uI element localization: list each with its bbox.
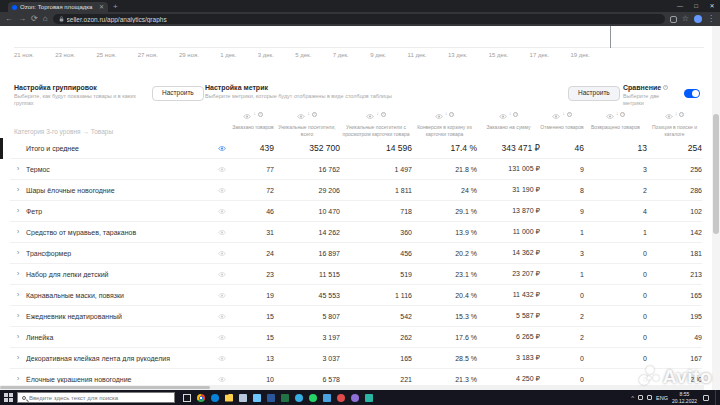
- info-icon[interactable]: i: [312, 112, 317, 117]
- window-minimize-button[interactable]: —: [672, 0, 688, 11]
- extensions-icon[interactable]: [670, 16, 677, 23]
- table-row[interactable]: ›Линейка153 19726217.6 %6 265 ₽2049: [10, 327, 702, 348]
- forward-icon[interactable]: →: [18, 15, 26, 23]
- row-expander-icon[interactable]: ›: [10, 375, 26, 383]
- row-expander-icon[interactable]: ›: [10, 270, 26, 278]
- row-expander-icon[interactable]: ›: [10, 333, 26, 341]
- eye-icon[interactable]: [665, 105, 673, 123]
- row-eye-icon[interactable]: [212, 377, 232, 382]
- chrome-icon[interactable]: [197, 394, 205, 402]
- comparison-info-icon[interactable]: i: [663, 85, 668, 90]
- eye-icon[interactable]: [435, 105, 443, 123]
- info-icon[interactable]: i: [513, 112, 518, 117]
- telegram-icon[interactable]: [295, 394, 303, 402]
- row-expander-icon[interactable]: ›: [10, 165, 26, 173]
- new-tab-button[interactable]: +: [113, 3, 118, 11]
- column-header[interactable]: ↓iЗаказано на сумму: [477, 104, 540, 137]
- table-row[interactable]: ›Карнавальные маски, повязки1945 5531 11…: [10, 285, 702, 306]
- row-eye-icon[interactable]: [212, 335, 232, 340]
- row-eye-icon[interactable]: [212, 314, 232, 319]
- eye-icon[interactable]: [297, 105, 305, 123]
- comparison-toggle[interactable]: [684, 89, 700, 98]
- table-row[interactable]: ›Фетр4610 47071829.1 %13 870 ₽94102: [10, 201, 702, 222]
- info-icon[interactable]: i: [567, 112, 572, 117]
- eye-icon[interactable]: [243, 105, 251, 123]
- row-expander-icon[interactable]: ›: [10, 354, 26, 362]
- column-header[interactable]: ↓iЗаказано товаров: [232, 104, 274, 137]
- table-row[interactable]: ›Термос7716 7621 49721.8 %131 005 ₽93256: [10, 159, 702, 180]
- word-icon[interactable]: [267, 394, 275, 402]
- show-desktop-button[interactable]: [715, 390, 718, 405]
- column-header[interactable]: ↓iКонверсия в корзину из карточки товара: [412, 104, 477, 137]
- volume-icon[interactable]: [647, 395, 652, 400]
- row-eye-icon[interactable]: [212, 209, 232, 214]
- sort-icon[interactable]: ↓: [445, 111, 448, 117]
- breadcrumb[interactable]: Категория 3-го уровня → Товары: [14, 128, 113, 135]
- column-header[interactable]: ↓iПозиция в поиске и каталоге: [647, 104, 702, 137]
- info-icon[interactable]: i: [620, 112, 625, 117]
- row-eye-icon[interactable]: [212, 356, 232, 361]
- window-close-button[interactable]: ✕: [704, 0, 720, 11]
- row-eye-icon[interactable]: [212, 146, 232, 151]
- address-bar[interactable]: seller.ozon.ru/app/analytics/graphs: [53, 14, 665, 24]
- whatsapp-icon[interactable]: [309, 394, 317, 402]
- row-expander-icon[interactable]: ›: [10, 312, 26, 320]
- table-row[interactable]: ›Набор для лепки детский2311 51551923.1 …: [10, 264, 702, 285]
- table-row[interactable]: ›Трансформер2416 89745620.2 %14 362 ₽301…: [10, 243, 702, 264]
- mail-icon[interactable]: [239, 394, 247, 402]
- excel-icon[interactable]: [281, 394, 289, 402]
- eye-icon[interactable]: [499, 105, 507, 123]
- table-row[interactable]: ›Средство от муравьев, тараканов3114 262…: [10, 222, 702, 243]
- tray-expand-icon[interactable]: ^: [631, 395, 634, 401]
- sort-icon[interactable]: ↓: [253, 111, 256, 117]
- row-expander-icon[interactable]: ›: [10, 249, 26, 257]
- sort-icon[interactable]: ↓: [616, 111, 619, 117]
- vertical-scrollbar-thumb[interactable]: [713, 114, 719, 234]
- info-icon[interactable]: i: [679, 112, 684, 117]
- column-header[interactable]: ↓iУникальные посетители, всего: [274, 104, 340, 137]
- info-icon[interactable]: i: [381, 112, 386, 117]
- taskbar-search-input[interactable]: [29, 395, 170, 401]
- eye-icon[interactable]: [606, 105, 614, 123]
- column-header[interactable]: ↓iУникальные посетители с просмотром кар…: [340, 104, 412, 137]
- row-eye-icon[interactable]: [212, 272, 232, 277]
- table-row[interactable]: Итого и среднее439352 70014 59617.4 %343…: [10, 138, 702, 159]
- column-header[interactable]: ↓iОтменено товаров: [540, 104, 584, 137]
- taskbar-search[interactable]: [17, 392, 175, 403]
- red-app-icon[interactable]: [337, 394, 345, 402]
- row-expander-icon[interactable]: ›: [10, 207, 26, 215]
- start-button[interactable]: [4, 393, 13, 402]
- row-eye-icon[interactable]: [212, 293, 232, 298]
- eye-icon[interactable]: [552, 105, 560, 123]
- column-header[interactable]: ↓iВозвращено товаров: [584, 104, 647, 137]
- table-row[interactable]: ›Декоративная клейкая лента для рукодели…: [10, 348, 702, 369]
- table-row[interactable]: ›Шары ёлочные новогодние7229 2061 81124 …: [10, 180, 702, 201]
- browser-tab[interactable]: Ozon: Торговая площадка ✕: [8, 2, 108, 12]
- info-icon[interactable]: i: [449, 112, 454, 117]
- store-icon[interactable]: [253, 394, 261, 402]
- taskbar-clock[interactable]: 8:55 20.12.2022: [672, 391, 697, 404]
- sort-icon[interactable]: ↓: [562, 111, 565, 117]
- tab-close-icon[interactable]: ✕: [99, 4, 104, 10]
- row-eye-icon[interactable]: [212, 188, 232, 193]
- eye-icon[interactable]: [366, 105, 374, 123]
- teal-app-icon[interactable]: [365, 394, 373, 402]
- bookmark-star-icon[interactable]: ☆: [682, 15, 689, 23]
- task-view-icon[interactable]: [183, 394, 191, 402]
- info-icon[interactable]: i: [258, 112, 263, 117]
- network-icon[interactable]: [638, 395, 643, 400]
- profile-avatar[interactable]: [694, 15, 702, 23]
- row-expander-icon[interactable]: ›: [10, 228, 26, 236]
- row-eye-icon[interactable]: [212, 230, 232, 235]
- horizontal-scrollbar-thumb[interactable]: [0, 386, 210, 389]
- row-expander-icon[interactable]: ›: [10, 291, 26, 299]
- table-row[interactable]: ›Ежедневник недатированный155 80754215.3…: [10, 306, 702, 327]
- row-eye-icon[interactable]: [212, 251, 232, 256]
- configure-metrics-button[interactable]: Настроить: [568, 86, 620, 101]
- row-expander-icon[interactable]: ›: [10, 186, 26, 194]
- purple-app-icon[interactable]: [351, 394, 359, 402]
- reload-icon[interactable]: ⟳: [31, 15, 38, 23]
- file-explorer-icon[interactable]: [225, 394, 233, 402]
- vertical-scrollbar[interactable]: [712, 26, 720, 390]
- sort-icon[interactable]: ↓: [376, 111, 379, 117]
